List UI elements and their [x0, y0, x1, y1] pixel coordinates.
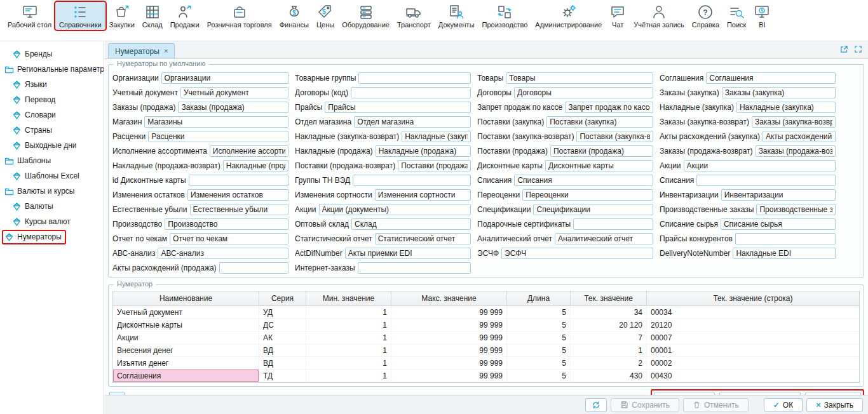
topbar-item-production[interactable]: Производство — [478, 2, 532, 30]
field-input[interactable] — [325, 102, 471, 113]
field-input[interactable] — [555, 233, 653, 244]
field-input[interactable] — [756, 145, 836, 157]
field-input[interactable] — [721, 218, 836, 230]
field-input[interactable] — [722, 87, 836, 98]
tree-item[interactable]: Валюты — [0, 199, 104, 214]
tree-item[interactable]: Региональные параметры — [0, 62, 104, 77]
topbar-item-search[interactable]: Поиск — [723, 2, 750, 30]
field-input[interactable] — [546, 116, 653, 128]
topbar-item-bi[interactable]: BI — [750, 2, 774, 30]
field-input[interactable] — [358, 72, 471, 84]
topbar-item-prices[interactable]: $ Цены — [313, 2, 338, 30]
field-input[interactable] — [376, 145, 471, 157]
column-header-current[interactable]: Тек. значение — [571, 291, 647, 306]
ok-button[interactable]: ✓ ОК — [764, 398, 803, 412]
tree-item[interactable]: Выходные дни — [0, 138, 104, 153]
field-input[interactable] — [736, 102, 836, 113]
table-row[interactable]: Дисконтные карты ДС 1 99 999 5 20 120 20… — [113, 319, 859, 331]
close-button[interactable]: × Закрыть — [806, 398, 863, 412]
topbar-item-sales[interactable]: Продажи — [166, 2, 203, 30]
topbar-item-help[interactable]: ? Справка — [688, 2, 723, 30]
field-input[interactable] — [514, 87, 653, 98]
topbar-item-finance[interactable]: $ Финансы — [276, 2, 313, 30]
field-input[interactable] — [684, 160, 836, 171]
field-input[interactable] — [514, 175, 653, 186]
field-input[interactable] — [165, 218, 288, 230]
column-header-length[interactable]: Длина — [507, 291, 571, 306]
field-input[interactable] — [696, 175, 836, 186]
topbar-item-purchases[interactable]: Закупки — [105, 2, 139, 30]
topbar-item-desktop[interactable]: Рабочий стол — [4, 2, 55, 30]
field-input[interactable] — [506, 72, 653, 84]
table-row[interactable]: Акции АК 1 99 999 5 7 00007 — [113, 331, 859, 344]
column-header-current-string[interactable]: Тек. значение (строка) — [647, 291, 859, 306]
field-input[interactable] — [351, 218, 471, 230]
field-input[interactable] — [358, 262, 471, 274]
field-input[interactable] — [375, 233, 471, 244]
refresh-button[interactable] — [585, 398, 607, 412]
field-input[interactable] — [533, 204, 653, 215]
table-row[interactable]: Учетный документ УД 1 99 999 5 34 00034 — [113, 306, 859, 319]
field-input[interactable] — [756, 204, 836, 215]
topbar-item-retail[interactable]: Розничная торговля — [203, 2, 276, 30]
field-input[interactable] — [144, 116, 288, 128]
maximize-icon[interactable] — [854, 45, 862, 53]
field-input[interactable] — [148, 131, 288, 142]
field-input[interactable] — [522, 189, 653, 201]
field-input[interactable] — [752, 116, 836, 128]
column-header-series[interactable]: Серия — [259, 291, 306, 306]
tree-item[interactable]: Перевод — [0, 92, 104, 107]
field-input[interactable] — [402, 131, 471, 142]
tree-item[interactable]: Валюты и курсы — [0, 184, 104, 199]
field-input[interactable] — [353, 175, 471, 186]
field-input[interactable] — [345, 248, 471, 259]
tab-close-icon[interactable]: × — [164, 48, 168, 55]
field-input[interactable] — [763, 131, 836, 142]
field-input[interactable] — [545, 160, 653, 171]
field-input[interactable] — [158, 248, 288, 259]
tree-item[interactable]: Шаблоны Excel — [0, 168, 104, 184]
tree-item[interactable]: Курсы валют — [0, 214, 104, 229]
field-input[interactable] — [190, 204, 288, 215]
field-input[interactable] — [565, 102, 653, 113]
column-header-max[interactable]: Макс. значение — [391, 291, 507, 306]
field-input[interactable] — [178, 102, 288, 113]
field-input[interactable] — [550, 145, 653, 157]
field-input[interactable] — [576, 131, 653, 142]
tree-item[interactable]: Нумераторы — [0, 229, 104, 244]
topbar-item-equipment[interactable]: Оборудование — [338, 2, 393, 30]
detach-window-icon[interactable] — [840, 45, 848, 53]
field-input[interactable] — [735, 233, 836, 244]
table-row[interactable]: Соглашения ТД 1 99 999 5 430 00430 — [113, 370, 859, 382]
field-input[interactable] — [189, 175, 288, 186]
table-row[interactable]: Внесения денег ВД 1 99 999 5 1 00001 — [113, 344, 859, 357]
field-input[interactable] — [219, 262, 288, 274]
topbar-item-documents[interactable]: Документы — [435, 2, 478, 30]
tree-item[interactable]: Языки — [0, 77, 104, 92]
field-input[interactable] — [733, 248, 836, 259]
field-input[interactable] — [223, 160, 288, 171]
topbar-item-chat[interactable]: Чат — [606, 2, 630, 30]
column-header-name[interactable]: Наименование — [113, 291, 259, 306]
field-input[interactable] — [351, 87, 471, 98]
topbar-item-warehouse[interactable]: Склад — [139, 2, 166, 30]
tree-item[interactable]: Страны — [0, 123, 104, 138]
tree-item[interactable]: Бренды — [0, 46, 104, 62]
field-input[interactable] — [170, 233, 288, 244]
field-input[interactable] — [161, 72, 288, 84]
topbar-item-administration[interactable]: Администрирование — [531, 2, 606, 30]
topbar-item-transport[interactable]: Транспорт — [393, 2, 435, 30]
field-input[interactable] — [319, 204, 471, 215]
tab-numerators[interactable]: Нумераторы × — [108, 43, 175, 58]
field-input[interactable] — [573, 218, 653, 230]
field-input[interactable] — [187, 189, 288, 201]
field-input[interactable] — [398, 160, 471, 171]
field-input[interactable] — [706, 72, 836, 84]
tree-item[interactable]: Словари — [0, 107, 104, 123]
field-input[interactable] — [210, 145, 288, 157]
field-input[interactable] — [375, 189, 471, 201]
field-input[interactable] — [721, 189, 836, 201]
table-row[interactable]: Изъятия денег ВД 1 99 999 5 2 00002 — [113, 357, 859, 370]
column-header-min[interactable]: Мин. значение — [306, 291, 391, 306]
field-input[interactable] — [180, 87, 288, 98]
